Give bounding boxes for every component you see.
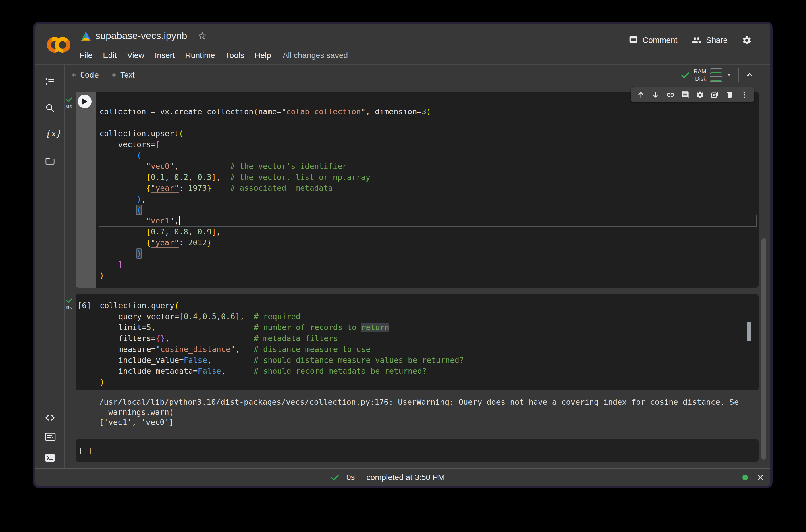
add-code-button[interactable]: Code: [70, 64, 99, 85]
terminal-icon[interactable]: [45, 453, 55, 463]
cell-toolbar: [631, 87, 754, 102]
cell-1-exec-status: 0s: [65, 96, 75, 110]
close-status-bar-icon[interactable]: [756, 474, 764, 481]
cell-executed-check-icon: [65, 96, 73, 103]
connected-check-icon: [680, 70, 690, 80]
cell-2-output: /usr/local/lib/python3.10/dist-packages/…: [76, 397, 759, 427]
colab-logo-right-ring: [55, 37, 70, 53]
move-cell-up-button[interactable]: [636, 90, 646, 100]
add-text-button[interactable]: Text: [111, 64, 135, 85]
drive-icon: [80, 31, 91, 41]
gear-icon: [742, 35, 752, 45]
colab-window: supabase-vecs.ipynb File Edit View Inser…: [33, 21, 773, 488]
cell-2-exec-time: 0s: [65, 304, 75, 311]
add-comment-button[interactable]: [680, 90, 690, 100]
people-icon: [692, 35, 702, 45]
notebook-title[interactable]: supabase-vecs.ipynb: [95, 30, 187, 41]
resource-monitor[interactable]: RAM Disk: [680, 64, 754, 85]
cell-2-exec-status: 0s: [65, 297, 75, 311]
collapse-chevron-up-icon[interactable]: [745, 71, 754, 79]
share-label: Share: [706, 36, 728, 45]
menu-runtime[interactable]: Runtime: [185, 51, 215, 60]
comment-label: Comment: [642, 36, 677, 45]
code-cell-2[interactable]: 0s [6] collection.query( query_vector=[0…: [76, 294, 759, 391]
page-scrollbar-thumb[interactable]: [761, 239, 766, 460]
code-snippets-icon[interactable]: [45, 413, 55, 423]
save-status-link[interactable]: All changes saved: [283, 51, 348, 60]
menu-edit[interactable]: Edit: [103, 51, 117, 60]
move-cell-down-button[interactable]: [651, 90, 660, 100]
star-icon[interactable]: [197, 31, 207, 41]
cell-2-prompt: [6]: [77, 300, 91, 311]
app-header: supabase-vecs.ipynb File Edit View Inser…: [35, 24, 770, 64]
settings-button[interactable]: [742, 35, 752, 45]
copy-link-to-cell-button[interactable]: [666, 90, 675, 100]
menu-bar: File Edit View Insert Runtime Tools Help…: [80, 51, 348, 60]
table-of-contents-icon[interactable]: [45, 76, 55, 87]
cell-1-exec-time: 0s: [65, 103, 75, 110]
comment-icon: [629, 36, 638, 45]
disk-label: Disk: [694, 75, 706, 82]
cell-2-code-editor[interactable]: collection.query( query_vector=[0.4,0.5,…: [100, 300, 750, 387]
files-folder-icon[interactable]: [45, 156, 55, 166]
add-code-label: Code: [80, 70, 99, 80]
command-palette-icon[interactable]: [45, 432, 55, 442]
cell-1-gutter: [76, 92, 96, 287]
notebook-scroll-area: 0s collection = vx.create_collection(nam…: [65, 86, 770, 468]
left-sidebar: {x}: [35, 65, 65, 468]
menu-view[interactable]: View: [127, 51, 144, 60]
cell-3-prompt: [ ]: [78, 446, 93, 455]
kernel-status-dot: [742, 475, 748, 480]
share-button[interactable]: Share: [692, 35, 728, 45]
more-options-kebab-icon[interactable]: [740, 90, 749, 100]
notebook-toolbar: Code Text RAM Disk: [65, 64, 770, 85]
ram-label: RAM: [694, 68, 706, 75]
delete-cell-trash-icon[interactable]: [725, 90, 734, 100]
mirror-cell-in-tab-icon[interactable]: [710, 90, 719, 100]
plus-icon: [111, 72, 117, 78]
ram-usage-bar: [710, 69, 723, 74]
execution-status-bar: 0s completed at 3:50 PM: [35, 468, 770, 486]
cell-1-code-editor[interactable]: collection = vx.create_collection(name="…: [96, 92, 759, 287]
menu-tools[interactable]: Tools: [226, 51, 244, 60]
colab-logo[interactable]: [47, 37, 71, 53]
editor-split-divider: [485, 297, 485, 387]
code-cell-1[interactable]: 0s collection = vx.create_collection(nam…: [76, 92, 759, 287]
run-cell-button[interactable]: [78, 95, 92, 108]
comment-button[interactable]: Comment: [629, 36, 677, 45]
menu-help[interactable]: Help: [254, 51, 271, 60]
code-cell-3-empty[interactable]: [ ]: [76, 439, 759, 462]
warning-line: /usr/local/lib/python3.10/dist-packages/…: [99, 397, 759, 407]
disk-usage-bar: [710, 76, 723, 82]
menu-file[interactable]: File: [80, 51, 93, 60]
caret-down-icon[interactable]: [726, 72, 732, 78]
variables-icon[interactable]: {x}: [45, 128, 55, 138]
cell-2-scrollbar-thumb[interactable]: [747, 322, 751, 341]
result-line: ['vec1', 'vec0']: [99, 417, 759, 427]
cell-executed-check-icon: [65, 297, 73, 304]
cell-settings-gear-icon[interactable]: [695, 90, 705, 100]
status-message: completed at 3:50 PM: [366, 473, 445, 482]
warning-line-2: warnings.warn(: [99, 407, 759, 417]
search-icon[interactable]: [45, 103, 55, 113]
play-icon: [82, 98, 88, 104]
plus-icon: [70, 72, 77, 78]
toolbar-divider: [738, 68, 739, 82]
menu-insert[interactable]: Insert: [155, 51, 175, 60]
status-exec-time: 0s: [346, 473, 355, 482]
status-check-icon: [330, 473, 340, 482]
add-text-label: Text: [120, 71, 135, 80]
